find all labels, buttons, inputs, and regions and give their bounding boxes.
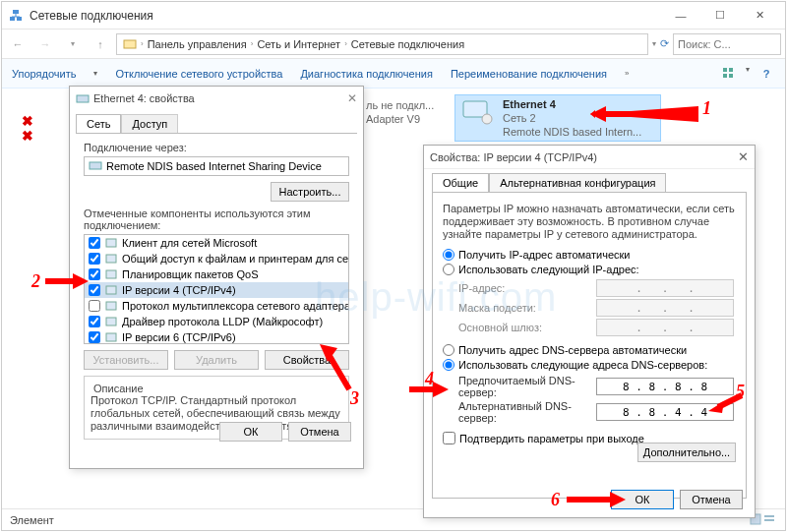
- gateway-field: . . .: [596, 319, 734, 336]
- component-item[interactable]: IP версии 4 (TCP/IPv4): [85, 282, 348, 298]
- arrow-1: [590, 106, 698, 124]
- component-icon: [104, 283, 118, 297]
- component-item[interactable]: Планировщик пакетов QoS: [85, 266, 348, 282]
- uninstall-button[interactable]: Удалить: [174, 350, 259, 370]
- component-item[interactable]: Общий доступ к файлам и принтерам для се…: [85, 251, 348, 266]
- component-checkbox[interactable]: [89, 316, 100, 327]
- arrow-4: [409, 382, 449, 399]
- component-icon: [104, 236, 118, 250]
- component-label: IP версии 6 (TCP/IPv6): [122, 331, 236, 343]
- diagnose-connection[interactable]: Диагностика подключения: [300, 68, 432, 80]
- svg-rect-14: [764, 519, 774, 521]
- component-checkbox[interactable]: [89, 268, 100, 280]
- svg-marker-32: [433, 382, 449, 397]
- dropdown-icon[interactable]: ▾: [652, 39, 656, 48]
- close-icon[interactable]: ✕: [738, 149, 749, 164]
- up-button[interactable]: ↑: [89, 32, 112, 56]
- help-icon[interactable]: ?: [757, 65, 775, 83]
- radio-label: Получить IP-адрес автоматически: [458, 249, 630, 261]
- description-title: Описание: [91, 383, 147, 394]
- component-item[interactable]: Клиент для сетей Microsoft: [85, 235, 348, 251]
- arrow-5: [708, 393, 744, 413]
- net-item-disconnected[interactable]: ль не подкл... Adapter V9: [366, 98, 434, 126]
- svg-marker-34: [708, 401, 724, 413]
- component-checkbox[interactable]: [89, 253, 100, 265]
- svg-rect-13: [764, 515, 774, 517]
- tab-network[interactable]: Сеть: [76, 114, 121, 133]
- history-dropdown[interactable]: ▾: [61, 32, 85, 56]
- svg-rect-15: [77, 95, 89, 102]
- tab-access[interactable]: Доступ: [121, 114, 178, 133]
- radio-dns-auto[interactable]: Получить адрес DNS-сервера автоматически: [443, 344, 736, 356]
- svg-marker-28: [73, 273, 89, 289]
- dialog-title: Свойства: IP версии 4 (TCP/IPv4): [430, 151, 738, 163]
- ok-button[interactable]: ОК: [219, 422, 282, 442]
- svg-rect-19: [106, 270, 116, 278]
- svg-rect-27: [45, 278, 75, 284]
- component-item[interactable]: Протокол мультиплексора сетевого адаптер…: [85, 298, 348, 314]
- component-checkbox[interactable]: [89, 331, 100, 343]
- back-button[interactable]: ←: [6, 32, 30, 56]
- forward-button[interactable]: →: [33, 32, 57, 56]
- ipv4-properties-dialog: Свойства: IP версии 4 (TCP/IPv4) ✕ Общие…: [423, 145, 756, 518]
- disable-device[interactable]: Отключение сетевого устройства: [115, 68, 282, 80]
- configure-button[interactable]: Настроить...: [271, 182, 349, 202]
- marker-1: 1: [702, 98, 711, 119]
- breadcrumb-item[interactable]: Панель управления: [148, 38, 247, 50]
- breadcrumb-item[interactable]: Сеть и Интернет: [257, 38, 340, 50]
- component-checkbox[interactable]: [89, 237, 100, 249]
- component-checkbox[interactable]: [89, 284, 100, 296]
- arrow-6: [567, 492, 626, 509]
- svg-rect-8: [723, 74, 727, 78]
- install-button[interactable]: Установить...: [84, 350, 168, 370]
- radio-ip-auto[interactable]: Получить IP-адрес автоматически: [443, 249, 736, 261]
- tab-alternate[interactable]: Альтернативная конфигурация: [489, 173, 666, 192]
- tab-general[interactable]: Общие: [432, 173, 489, 192]
- dialog-title: Ethernet 4: свойства: [93, 92, 347, 104]
- rename-connection[interactable]: Переименование подключения: [451, 68, 607, 80]
- advanced-button[interactable]: Дополнительно...: [637, 443, 736, 462]
- view-dropdown[interactable]: ▾: [746, 65, 750, 83]
- device-field: Remote NDIS based Internet Sharing Devic…: [84, 156, 349, 176]
- components-list[interactable]: Клиент для сетей MicrosoftОбщий доступ к…: [84, 234, 349, 344]
- radio-ip-auto-input[interactable]: [443, 249, 454, 261]
- dialog-titlebar: Ethernet 4: свойства ✕: [70, 87, 363, 110]
- cancel-button[interactable]: Отмена: [680, 490, 743, 509]
- breadcrumb[interactable]: › Панель управления › Сеть и Интернет › …: [116, 33, 648, 55]
- component-item[interactable]: Драйвер протокола LLDP (Майкрософт): [85, 314, 348, 329]
- close-button[interactable]: ✕: [740, 3, 779, 29]
- radio-dns-manual[interactable]: Использовать следующие адреса DNS-сервер…: [443, 359, 736, 371]
- svg-rect-31: [409, 386, 435, 392]
- cancel-button[interactable]: Отмена: [288, 422, 351, 442]
- arrow-3: [320, 344, 355, 393]
- net-item-label: Adapter V9: [366, 112, 434, 126]
- close-icon[interactable]: ✕: [347, 91, 357, 105]
- component-checkbox[interactable]: [89, 300, 100, 312]
- svg-rect-23: [106, 333, 116, 341]
- radio-dns-manual-input[interactable]: [443, 359, 454, 371]
- organize-menu[interactable]: Упорядочить: [12, 68, 76, 80]
- component-item[interactable]: IP версии 6 (TCP/IPv6): [85, 329, 348, 344]
- component-icon: [104, 330, 118, 344]
- component-label: Драйвер протокола LLDP (Майкрософт): [122, 316, 323, 327]
- arrow-2: [45, 273, 89, 291]
- breadcrumb-item[interactable]: Сетевые подключения: [351, 38, 464, 50]
- toolbar: Упорядочить▾ Отключение сетевого устройс…: [2, 59, 785, 89]
- svg-line-29: [330, 356, 349, 389]
- connect-via-label: Подключение через:: [84, 142, 349, 153]
- confirm-checkbox[interactable]: [443, 432, 455, 444]
- adapter-icon: [459, 97, 495, 127]
- maximize-button[interactable]: ☐: [700, 3, 740, 29]
- refresh-icon[interactable]: ⟳: [660, 37, 669, 50]
- adapter-icon: [76, 91, 90, 105]
- ip-address-label: IP-адрес:: [458, 282, 596, 294]
- net-item-label: ль не подкл...: [366, 98, 434, 112]
- minimize-button[interactable]: —: [661, 3, 700, 29]
- svg-rect-17: [106, 239, 116, 247]
- radio-dns-auto-input[interactable]: [443, 344, 454, 356]
- search-input[interactable]: [673, 33, 781, 55]
- radio-ip-manual[interactable]: Использовать следующий IP-адрес:: [443, 264, 736, 275]
- view-icon[interactable]: [720, 65, 738, 83]
- svg-rect-22: [106, 318, 116, 325]
- radio-ip-manual-input[interactable]: [443, 264, 454, 275]
